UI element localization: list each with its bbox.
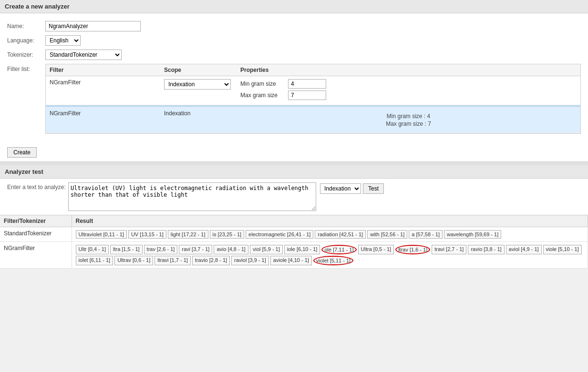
tokens-container: Ultr [0,4 - 1]ltra [1,5 - 1]trav [2,6 - … xyxy=(76,245,584,265)
section-divider xyxy=(0,161,588,165)
indexation-select[interactable]: Indexation Query xyxy=(320,183,361,194)
result-col-result-header: Result xyxy=(72,215,588,227)
token-box: ravi [3,7 - 1] xyxy=(179,245,212,254)
props-col-header: Properties xyxy=(237,64,580,76)
filter-edit-row: NGramFilter Indexation Query Both xyxy=(46,76,580,105)
test-controls: Indexation Query Test xyxy=(320,182,384,194)
summary-max-line: Max gram size : 7 xyxy=(242,121,575,127)
min-gram-row: Min gram size xyxy=(240,79,577,89)
token-box: ltravi [1,7 - 1] xyxy=(155,256,191,265)
scope-select[interactable]: Indexation Query Both xyxy=(164,79,231,90)
token-box: Ultrav [0,6 - 1] xyxy=(114,256,153,265)
token-box: aviol [4,9 - 1] xyxy=(506,245,542,254)
filter-edit-props-cell: Min gram size Max gram size xyxy=(237,76,580,105)
token-box: electromagnetic [26,41 - 1] xyxy=(246,230,313,239)
max-gram-label: Max gram size xyxy=(240,92,288,99)
scope-col-header: Scope xyxy=(160,64,237,76)
analyzer-test-title: Analyzer test xyxy=(5,168,43,175)
create-section-header: Create a new analyzer xyxy=(0,0,588,13)
token-box: wavelength [59,69 - 1] xyxy=(444,230,501,239)
results-section: Filter/Tokenizer Result StandardTokenize… xyxy=(0,215,588,269)
create-section-title: Create a new analyzer xyxy=(5,3,70,10)
token-box: Ultraviolet [0,11 - 1] xyxy=(76,230,127,239)
result-row-name: StandardTokenizer xyxy=(0,227,72,242)
analyzer-test-header: Analyzer test xyxy=(0,165,588,179)
min-gram-input[interactable] xyxy=(288,79,326,89)
filter-table-wrapper: Filter Scope Properties xyxy=(45,64,581,134)
tokens-container: Ultraviolet [0,11 - 1]UV [13,15 - 1]ligh… xyxy=(76,230,584,239)
max-gram-input[interactable] xyxy=(288,90,326,100)
tokenizer-label: Tokenizer: xyxy=(7,51,45,58)
max-gram-row: Max gram size xyxy=(240,90,577,100)
token-box: ole [7,11 - 1] xyxy=(321,245,356,254)
filter-edit-name-cell: NGramFilter xyxy=(46,76,160,105)
create-btn-row: Create xyxy=(0,143,588,161)
name-input[interactable] xyxy=(45,21,141,31)
token-box: iolet [6,11 - 1] xyxy=(76,256,113,265)
token-box: Ultra [0,5 - 1] xyxy=(358,245,394,254)
results-table: Filter/Tokenizer Result StandardTokenize… xyxy=(0,215,588,269)
test-button[interactable]: Test xyxy=(363,183,384,194)
token-box: viole [5,10 - 1] xyxy=(543,245,582,254)
filter-table: Filter Scope Properties xyxy=(46,64,580,133)
token-box: travio [2,8 - 1] xyxy=(192,256,230,265)
token-box: viol [5,9 - 1] xyxy=(250,245,283,254)
token-box: trav [2,6 - 1] xyxy=(144,245,178,254)
name-label: Name: xyxy=(7,23,45,30)
result-col-name-header: Filter/Tokenizer xyxy=(0,215,72,227)
token-box: aviole [4,10 - 1] xyxy=(270,256,312,265)
min-gram-label: Min gram size xyxy=(240,80,288,87)
result-row: StandardTokenizerUltraviolet [0,11 - 1]U… xyxy=(0,227,588,242)
token-box: violet [5,11 - 1] xyxy=(313,256,353,265)
token-box: UV [13,15 - 1] xyxy=(128,230,166,239)
token-box: a [57,58 - 1] xyxy=(409,230,443,239)
token-box: raviol [3,9 - 1] xyxy=(231,256,269,265)
summary-props-cell: Min gram size : 4 Max gram size : 7 xyxy=(237,107,580,133)
filter-edit-scope-cell: Indexation Query Both xyxy=(160,76,237,105)
filter-list-label: Filter list: xyxy=(7,64,45,72)
token-box: avio [4,8 - 1] xyxy=(214,245,248,254)
token-box: light [17,22 - 1] xyxy=(168,230,208,239)
name-row: Name: xyxy=(7,21,581,31)
token-box: with [52,56 - 1] xyxy=(367,230,407,239)
filter-col-header: Filter xyxy=(46,64,160,76)
summary-filter-cell: NGramFilter xyxy=(46,107,160,133)
analyzer-test-section: Analyzer test Enter a text to analyze: U… xyxy=(0,165,588,269)
token-box: ravio [3,8 - 1] xyxy=(468,245,504,254)
tokenizer-select[interactable]: StandardTokenizer WhitespaceTokenizer Ke… xyxy=(45,50,122,60)
tokenizer-row: Tokenizer: StandardTokenizer WhitespaceT… xyxy=(7,50,581,60)
enter-text-label: Enter a text to analyze: xyxy=(7,182,64,191)
token-box: ltra [1,5 - 1] xyxy=(110,245,143,254)
result-row-tokens: Ultr [0,4 - 1]ltra [1,5 - 1]trav [2,6 - … xyxy=(72,242,588,269)
filter-summary-row: NGramFilter Indexation Min gram size : 4 xyxy=(46,107,580,133)
token-box: iole [6,10 - 1] xyxy=(284,245,320,254)
language-select[interactable]: English French German Spanish xyxy=(45,35,81,46)
token-box: radiation [42,51 - 1] xyxy=(315,230,366,239)
filter-list-section: Filter list: Filter Scope Properties xyxy=(7,64,581,134)
enter-text-row: Enter a text to analyze: Ultraviolet (UV… xyxy=(0,179,588,215)
analyze-textarea[interactable]: Ultraviolet (UV) light is electromagneti… xyxy=(68,182,316,211)
result-row-tokens: Ultraviolet [0,11 - 1]UV [13,15 - 1]ligh… xyxy=(72,227,588,242)
summary-min-line: Min gram size : 4 xyxy=(242,113,575,120)
token-box: ltrav [1,6 - 1] xyxy=(395,245,430,254)
result-row: NGramFilterUltr [0,4 - 1]ltra [1,5 - 1]t… xyxy=(0,242,588,269)
token-box: travi [2,7 - 1] xyxy=(432,245,466,254)
create-button[interactable]: Create xyxy=(7,147,37,158)
result-row-name: NGramFilter xyxy=(0,242,72,269)
page-container: Create a new analyzer Name: Language: En… xyxy=(0,0,588,269)
language-label: Language: xyxy=(7,37,45,44)
language-row: Language: English French German Spanish xyxy=(7,35,581,46)
create-section-content: Name: Language: English French German Sp… xyxy=(0,13,588,143)
token-box: Ultr [0,4 - 1] xyxy=(76,245,109,254)
summary-scope-cell: Indexation xyxy=(160,107,237,133)
token-box: is [23,25 - 1] xyxy=(210,230,245,239)
summary-props-inner: Min gram size : 4 Max gram size : 7 xyxy=(240,110,577,130)
